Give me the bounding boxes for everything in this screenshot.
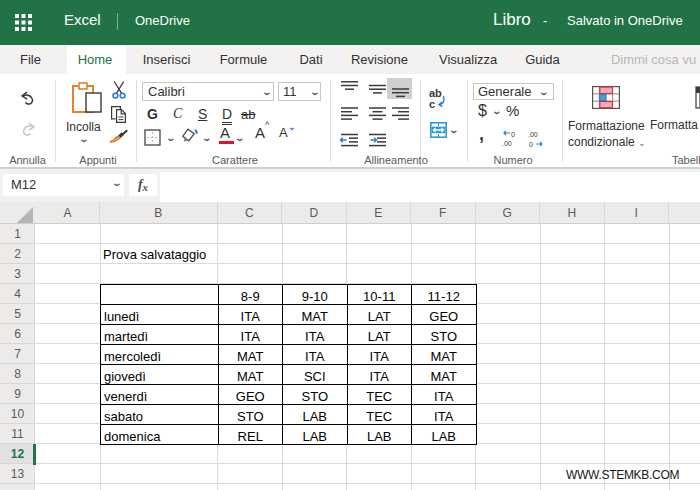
svg-text:.00: .00	[528, 131, 538, 138]
svg-text:c: c	[429, 98, 435, 110]
svg-text:.00: .00	[502, 140, 512, 147]
svg-text:0: 0	[511, 131, 515, 138]
svg-text:0: 0	[529, 141, 533, 148]
